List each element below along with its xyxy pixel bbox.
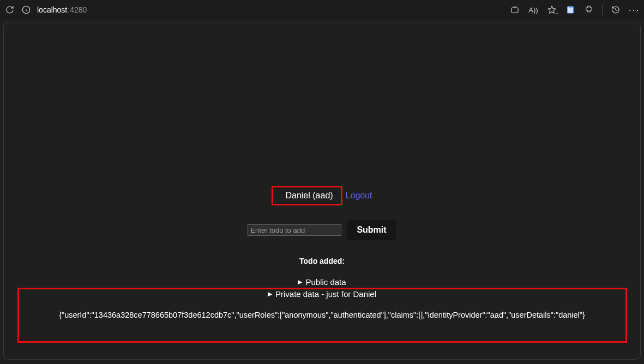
disclosure-triangle-icon: ▶	[298, 278, 302, 286]
collections-icon[interactable]	[565, 4, 576, 15]
page-content: Daniel (aad) Logout Submit Todo added: ▶…	[4, 186, 640, 343]
logout-link[interactable]: Logout	[346, 191, 372, 201]
url-host: localhost	[37, 5, 67, 14]
todo-form: Submit	[248, 220, 396, 240]
submit-button[interactable]: Submit	[347, 220, 396, 240]
user-json-output: {"userId":"13436a328ce778665b07f3de612cd…	[59, 311, 585, 319]
todo-added-label: Todo added:	[299, 257, 345, 265]
extensions-icon[interactable]	[583, 4, 594, 15]
svg-marker-4	[548, 6, 556, 13]
user-row: Daniel (aad) Logout	[272, 186, 372, 205]
user-highlight-box: Daniel (aad)	[272, 186, 342, 205]
private-data-label: Private data - just for Daniel	[275, 289, 376, 299]
history-icon[interactable]	[610, 4, 621, 15]
app-available-icon[interactable]	[509, 4, 520, 15]
public-data-summary[interactable]: ▶ Public data	[298, 277, 346, 287]
address-bar[interactable]: localhost:4280	[37, 5, 87, 14]
read-aloud-icon[interactable]: A))	[528, 4, 539, 15]
user-label: Daniel (aad)	[285, 191, 333, 200]
svg-rect-6	[569, 7, 573, 8]
toolbar-divider	[602, 5, 603, 15]
more-icon[interactable]: ···	[629, 4, 640, 15]
site-info-icon[interactable]	[21, 4, 32, 15]
url-port: :4280	[68, 5, 87, 14]
private-data-summary[interactable]: ▶ Private data - just for Daniel	[268, 289, 376, 299]
svg-rect-3	[511, 8, 518, 13]
favorites-star-icon[interactable]: +	[546, 4, 557, 15]
public-data-label: Public data	[305, 277, 346, 287]
refresh-icon[interactable]	[4, 4, 15, 15]
private-highlight-box: ▶ Private data - just for Daniel {"userI…	[17, 288, 627, 343]
disclosure-triangle-icon: ▶	[268, 290, 272, 298]
page-viewport: Daniel (aad) Logout Submit Todo added: ▶…	[3, 22, 641, 360]
browser-toolbar: localhost:4280 A)) + ···	[0, 0, 644, 20]
todo-input[interactable]	[248, 224, 341, 236]
